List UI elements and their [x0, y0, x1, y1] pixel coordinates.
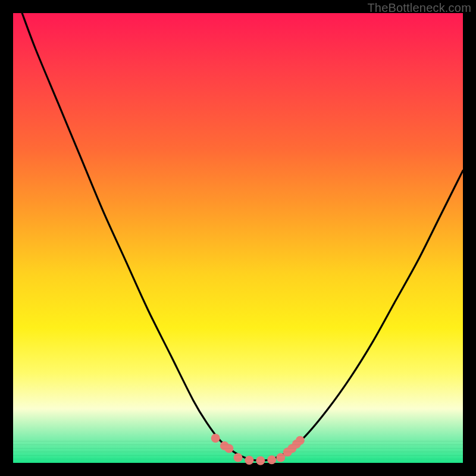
curve-marker	[267, 455, 276, 464]
curve-marker	[224, 444, 233, 453]
curve-marker	[234, 453, 243, 462]
bottleneck-curve-path	[22, 13, 463, 461]
curve-marker	[296, 436, 305, 445]
curve-marker	[256, 456, 265, 465]
markers-group	[211, 434, 305, 465]
curve-svg	[13, 13, 463, 463]
curve-marker	[211, 434, 220, 443]
chart-frame: TheBottleneck.com	[0, 0, 476, 476]
plot-area	[13, 13, 463, 463]
curve-marker	[245, 456, 253, 465]
